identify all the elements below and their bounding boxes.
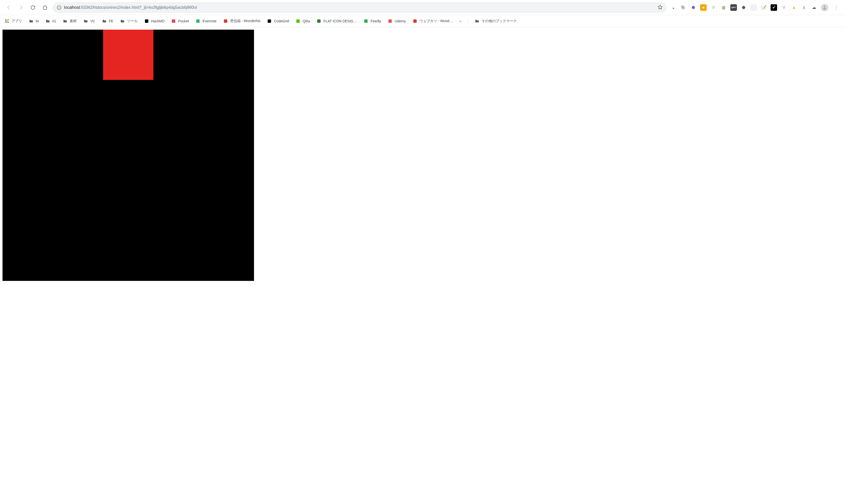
bookmark-item[interactable]: VC — [83, 19, 95, 24]
extension-v-gray[interactable]: V — [781, 4, 787, 11]
bookmark-item[interactable]: FE — [102, 19, 114, 24]
profile-avatar[interactable] — [821, 4, 828, 11]
site-info-icon[interactable] — [56, 5, 62, 10]
bookmark-label: Qiita — [303, 19, 310, 23]
pocket-icon — [171, 19, 176, 24]
bookmark-label: Pocket — [178, 19, 189, 23]
svg-rect-14 — [145, 19, 149, 23]
extension-check[interactable]: ✔ — [771, 4, 777, 11]
bookmarks-overflow[interactable]: » — [460, 19, 462, 23]
wund-icon — [412, 19, 417, 24]
extension-evernote[interactable]: 🐘 — [680, 4, 687, 11]
bookmark-item[interactable]: 素材 — [63, 19, 77, 24]
svg-rect-11 — [5, 22, 6, 23]
bookmark-item[interactable]: HackMD — [144, 19, 165, 24]
forward-button[interactable] — [17, 3, 25, 12]
folder-icon — [475, 19, 480, 24]
bookmark-label: Evernote — [203, 19, 217, 23]
toolbar-extensions: ⌄🐘⬢●V▦OFF⬢📝✔V▲▮☁ — [670, 4, 817, 11]
extension-cloud[interactable]: ☁ — [811, 4, 817, 11]
home-button[interactable] — [41, 3, 49, 12]
extension-pocket[interactable]: ⌄ — [670, 4, 676, 11]
bookmark-star-icon[interactable] — [658, 4, 663, 11]
url-host: localhost — [64, 5, 80, 10]
kebab-icon: ⋮ — [834, 5, 839, 10]
bookmark-item[interactable]: FLAT ICON DESIG… — [316, 19, 357, 24]
svg-rect-20 — [317, 19, 321, 23]
qiita-icon — [295, 19, 300, 24]
bookmark-label: 素材 — [70, 19, 77, 23]
url-text: localhost:63342/htdocs/oniren2/index.htm… — [64, 5, 197, 10]
flat-icon — [316, 19, 322, 24]
extension-dark-hex[interactable]: ⬢ — [740, 4, 747, 11]
wund-icon — [223, 19, 228, 24]
extension-hex-app[interactable]: ⬢ — [690, 4, 696, 11]
svg-rect-7 — [8, 19, 9, 20]
bookmark-item[interactable]: Qiita — [295, 19, 310, 24]
bookmark-label: Feedly — [370, 19, 381, 23]
bookmark-item[interactable]: ウェブカツ - Wund… — [412, 19, 453, 24]
ever-icon — [195, 19, 201, 24]
svg-rect-19 — [296, 19, 300, 23]
extension-orange-app[interactable]: ● — [700, 4, 707, 11]
other-bookmarks-label: その他のブックマーク — [482, 19, 517, 23]
bookmark-item[interactable]: Feedly — [363, 19, 381, 24]
game-canvas[interactable] — [2, 30, 254, 281]
svg-rect-22 — [389, 19, 392, 23]
svg-rect-8 — [5, 20, 6, 21]
svg-rect-13 — [8, 22, 9, 23]
folder-icon — [83, 19, 88, 24]
address-bar[interactable]: localhost:63342/htdocs/oniren2/index.htm… — [53, 2, 667, 13]
bookmark-label: ツール — [127, 19, 138, 23]
svg-rect-5 — [5, 19, 6, 20]
url-path: :63342/htdocs/oniren2/index.html?_ijt=ks… — [80, 5, 197, 10]
bookmark-label: 01 — [52, 19, 56, 23]
svg-rect-17 — [224, 19, 227, 23]
apps-grid-icon — [4, 19, 10, 24]
extension-vue[interactable]: V — [710, 4, 717, 11]
folder-icon — [63, 19, 68, 24]
back-button[interactable] — [4, 3, 13, 12]
other-bookmarks[interactable]: その他のブックマーク — [475, 19, 517, 24]
extension-grid-app[interactable]: ▦ — [720, 4, 727, 11]
apps-shortcut[interactable]: アプリ — [4, 19, 22, 24]
bookmark-label: M — [36, 19, 39, 23]
svg-rect-9 — [6, 20, 7, 21]
bookmark-item[interactable]: Udemy — [387, 19, 406, 24]
doc-icon — [144, 19, 149, 24]
bookmark-label: FLAT ICON DESIG… — [323, 19, 357, 23]
bookmark-item[interactable]: Evernote — [195, 19, 217, 24]
svg-rect-16 — [196, 19, 200, 23]
extension-drive[interactable]: ▲ — [791, 4, 797, 11]
bookmark-label: HackMD — [151, 19, 165, 23]
extension-note[interactable]: 📝 — [760, 4, 767, 11]
bookmark-item[interactable]: Pocket — [171, 19, 189, 24]
cg-icon — [267, 19, 272, 24]
folder-icon — [102, 19, 107, 24]
bookmark-item[interactable]: 01 — [45, 19, 56, 24]
bookmark-item[interactable]: ツール — [120, 19, 138, 24]
browser-menu-button[interactable]: ⋮ — [832, 3, 841, 12]
bookmark-label: FE — [109, 19, 114, 23]
reload-button[interactable] — [29, 3, 37, 12]
svg-point-4 — [824, 6, 826, 7]
bookmark-item[interactable]: CodeGrid — [267, 19, 289, 24]
folder-icon — [45, 19, 50, 24]
bookmark-item[interactable]: 受信箱 - Wunderlist — [223, 19, 260, 24]
hero-square — [103, 30, 153, 80]
extension-off-badge[interactable]: OFF — [730, 4, 737, 11]
browser-toolbar: localhost:63342/htdocs/oniren2/index.htm… — [0, 0, 845, 15]
extension-blank[interactable] — [751, 4, 757, 11]
svg-rect-21 — [364, 19, 368, 23]
overflow-icon: » — [460, 19, 462, 23]
extension-gray-box[interactable]: ▮ — [801, 4, 807, 11]
bookmarks-separator — [468, 18, 468, 24]
svg-rect-18 — [268, 19, 271, 23]
folder-icon — [120, 19, 125, 24]
bookmark-label: CodeGrid — [274, 19, 289, 23]
folder-icon — [29, 19, 34, 24]
svg-rect-12 — [6, 22, 7, 23]
svg-rect-6 — [6, 19, 7, 20]
bookmark-label: ウェブカツ - Wund… — [419, 19, 453, 23]
bookmark-item[interactable]: M — [29, 19, 39, 24]
